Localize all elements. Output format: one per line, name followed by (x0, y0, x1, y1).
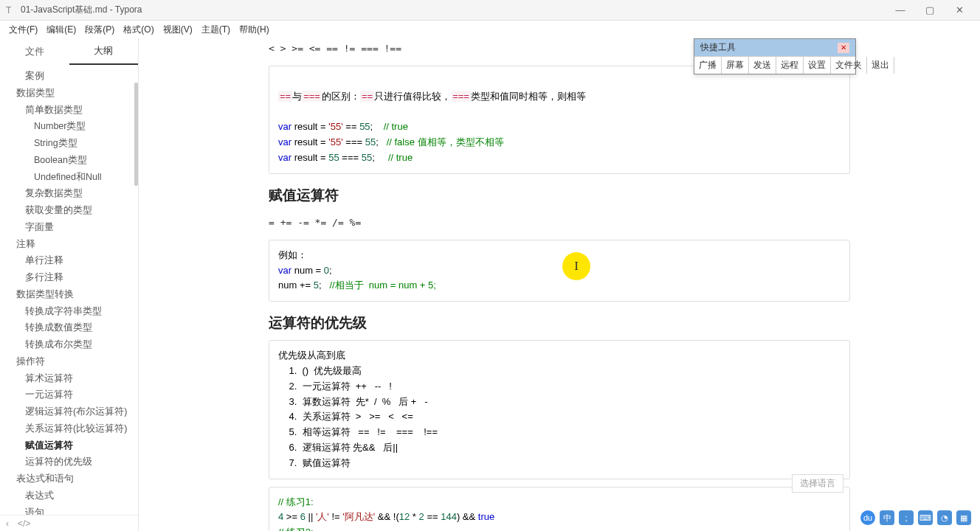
menu-paragraph[interactable]: 段落(P) (80, 24, 119, 36)
sidebar-tab-outline[interactable]: 大纲 (69, 38, 139, 65)
outline-item[interactable]: 操作符 (3, 353, 138, 370)
tray-icon-baidu[interactable]: du (860, 510, 875, 525)
outline-item[interactable]: 转换成字符串类型 (3, 303, 138, 320)
outline-item[interactable]: 案例 (3, 68, 138, 85)
outline-item[interactable]: 语句 (3, 504, 138, 516)
tray-icon-ime[interactable]: 中 (880, 510, 894, 525)
floatpanel-tabs: 广播屏幕发送远程设置文件夹退出 (694, 56, 855, 74)
code-lang-selector[interactable]: 选择语言 (792, 474, 843, 493)
sidebar-back-icon[interactable]: ‹ (6, 518, 9, 529)
outline-item[interactable]: 多行注释 (3, 269, 138, 286)
outline-item[interactable]: 数据类型转换 (3, 286, 138, 303)
window-controls: — ▢ ✕ (886, 0, 974, 21)
floatpanel-tab[interactable]: 设置 (804, 57, 831, 74)
floatpanel-tab[interactable]: 文件夹 (831, 57, 867, 74)
heading-priority: 运算符的优先级 (269, 313, 850, 333)
floatpanel-tab[interactable]: 广播 (694, 57, 722, 74)
minimize-button[interactable]: — (886, 0, 915, 21)
code-block-priority[interactable]: 优先级从高到底 1. () 优先级最高 2. 一元运算符 ++ -- ! 3. … (269, 340, 850, 479)
outline-item[interactable]: 算术运算符 (3, 370, 138, 387)
outline-item[interactable]: 字面量 (3, 219, 138, 236)
floatpanel-title: 快捷工具 (700, 41, 736, 54)
outline-item[interactable]: 关系运算符(比较运算符) (3, 420, 138, 437)
code-block-assign[interactable]: 例如： var num = 0; num += 5; //相当于 num = n… (269, 240, 850, 302)
outline-item[interactable]: Number类型 (3, 118, 138, 135)
menu-help[interactable]: 帮助(H) (235, 24, 274, 36)
close-button[interactable]: ✕ (945, 0, 974, 21)
sidebar: 文件 大纲 案例数据类型简单数据类型Number类型String类型Boolea… (0, 38, 139, 531)
tray-icon-kbd[interactable]: ⌨ (918, 510, 933, 525)
heading-assign: 赋值运算符 (269, 186, 850, 205)
window-title: 01-JavaScript基础.md - Typora (21, 4, 886, 16)
titlebar: T 01-JavaScript基础.md - Typora — ▢ ✕ (0, 0, 980, 21)
outline-item[interactable]: 赋值运算符 (3, 437, 138, 454)
floatpanel-tab[interactable]: 屏幕 (722, 57, 749, 74)
code-block-compare[interactable]: ==与===的区别：==只进行值得比较，===类型和值同时相等，则相等 var … (269, 66, 850, 174)
outline-item[interactable]: 数据类型 (3, 85, 138, 102)
floatpanel-titlebar[interactable]: 快捷工具 ✕ (694, 39, 855, 56)
floatpanel-tab[interactable]: 退出 (867, 57, 894, 74)
outline-item[interactable]: 简单数据类型 (3, 102, 138, 119)
outline-item[interactable]: 转换成布尔类型 (3, 336, 138, 353)
outline-item[interactable]: 逻辑运算符(布尔运算符) (3, 403, 138, 420)
outline-item[interactable]: 获取变量的类型 (3, 202, 138, 219)
outline-item[interactable]: 复杂数据类型 (3, 185, 138, 202)
outline-item[interactable]: 一元运算符 (3, 386, 138, 403)
tray-icon-user[interactable]: ◔ (937, 510, 952, 525)
floatpanel-tab[interactable]: 发送 (749, 57, 776, 74)
outline-item[interactable]: 注释 (3, 236, 138, 253)
tray-icon-grid[interactable]: ▦ (956, 510, 971, 525)
menu-file[interactable]: 文件(F) (4, 24, 42, 36)
outline-item[interactable]: 运算符的优先级 (3, 454, 138, 471)
menu-theme[interactable]: 主题(T) (197, 24, 235, 36)
sidebar-scrollbar[interactable] (134, 83, 138, 186)
sidebar-tabs: 文件 大纲 (0, 38, 138, 65)
outline-item[interactable]: Boolean类型 (3, 152, 138, 169)
tray-icon-punct[interactable]: ; (899, 510, 914, 525)
outline-item[interactable]: 单行注释 (3, 252, 138, 269)
sidebar-code-icon[interactable]: </> (18, 518, 30, 529)
floatpanel-tab[interactable]: 远程 (776, 57, 804, 74)
app-icon: T (6, 5, 16, 15)
menubar: 文件(F) 编辑(E) 段落(P) 格式(O) 视图(V) 主题(T) 帮助(H… (0, 21, 980, 38)
editor-content[interactable]: < > >= <= == != === !== ==与===的区别：==只进行值… (139, 38, 980, 531)
menu-format[interactable]: 格式(O) (119, 24, 158, 36)
maximize-button[interactable]: ▢ (915, 0, 945, 21)
outline-item[interactable]: String类型 (3, 135, 138, 152)
code-block-exercise[interactable]: 选择语言// 练习1: 4 >= 6 || '人' != '阿凡达' && !(… (269, 487, 850, 531)
outline-item[interactable]: 表达式和语句 (3, 471, 138, 487)
menu-edit[interactable]: 编辑(E) (42, 24, 80, 36)
sidebar-footer: ‹ </> (0, 515, 138, 531)
taskbar-tray: du 中 ; ⌨ ◔ ▦ (860, 510, 971, 525)
outline-item[interactable]: Undefined和Null (3, 169, 138, 186)
assign-ops-line: = += -= *= /= %= (269, 212, 850, 232)
outline-item[interactable]: 表达式 (3, 487, 138, 504)
outline-list[interactable]: 案例数据类型简单数据类型Number类型String类型Boolean类型Und… (0, 65, 138, 515)
floating-tool-panel[interactable]: 快捷工具 ✕ 广播屏幕发送远程设置文件夹退出 (694, 38, 856, 74)
floatpanel-close-icon[interactable]: ✕ (838, 43, 849, 53)
outline-item[interactable]: 转换成数值类型 (3, 319, 138, 336)
menu-view[interactable]: 视图(V) (159, 24, 197, 36)
sidebar-tab-file[interactable]: 文件 (0, 39, 69, 64)
